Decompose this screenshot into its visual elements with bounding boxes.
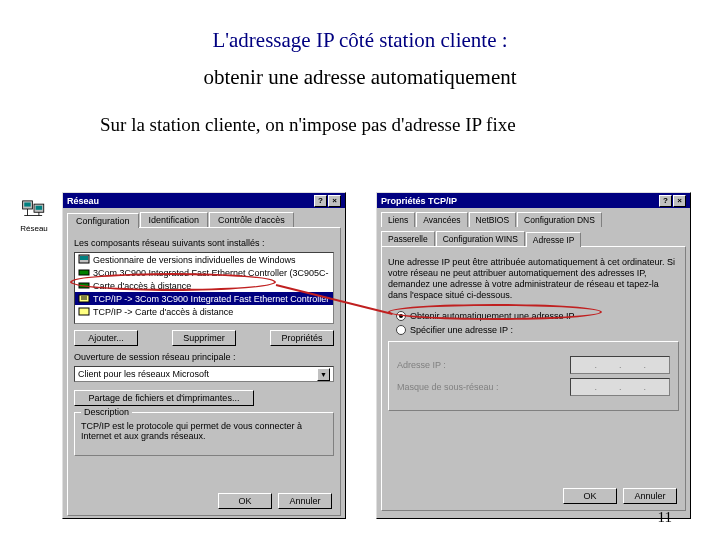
adapter-icon bbox=[78, 280, 90, 291]
protocol-icon bbox=[78, 293, 90, 304]
window-title: Réseau bbox=[67, 196, 99, 206]
window-title: Propriétés TCP/IP bbox=[381, 196, 457, 206]
tab-passerelle[interactable]: Passerelle bbox=[381, 231, 435, 246]
tab-netbios[interactable]: NetBIOS bbox=[469, 212, 517, 227]
tab-pane-reseau: Les composants réseau suivants sont inst… bbox=[67, 227, 341, 516]
components-label: Les composants réseau suivants sont inst… bbox=[74, 238, 334, 248]
radio-specify-ip[interactable]: Spécifier une adresse IP : bbox=[396, 325, 679, 335]
combo-value: Client pour les réseaux Microsoft bbox=[78, 369, 209, 379]
tab-controle-acces[interactable]: Contrôle d'accès bbox=[209, 212, 294, 227]
heading-line1: L'adressage IP côté station cliente : bbox=[0, 28, 720, 53]
svg-rect-1 bbox=[24, 203, 31, 207]
tab-config-wins[interactable]: Configuration WINS bbox=[436, 231, 525, 246]
tab-liens[interactable]: Liens bbox=[381, 212, 415, 227]
cancel-button[interactable]: Annuler bbox=[623, 488, 677, 504]
radio-auto-ip[interactable]: Obtenir automatiquement une adresse IP bbox=[396, 311, 679, 321]
chevron-down-icon[interactable]: ▼ bbox=[317, 368, 330, 381]
close-button[interactable]: × bbox=[673, 195, 686, 207]
fieldset-legend: Description bbox=[81, 407, 132, 417]
adapter-icon bbox=[78, 267, 90, 278]
list-item[interactable]: TCP/IP -> Carte d'accès à distance bbox=[75, 305, 333, 318]
subnet-mask-field: ... bbox=[570, 378, 670, 396]
components-listbox[interactable]: Gestionnaire de versions individuelles d… bbox=[74, 252, 334, 324]
cancel-button[interactable]: Annuler bbox=[278, 493, 332, 509]
window-reseau: Réseau ? × Configuration Identification … bbox=[62, 192, 346, 519]
svg-rect-10 bbox=[79, 283, 89, 288]
logon-label: Ouverture de session réseau principale : bbox=[74, 352, 334, 362]
subtitle: Sur la station cliente, on n'impose pas … bbox=[100, 114, 720, 136]
desktop-icon-label: Réseau bbox=[14, 224, 54, 233]
add-button[interactable]: Ajouter... bbox=[74, 330, 138, 346]
description-text: TCP/IP est le protocole qui permet de vo… bbox=[81, 421, 327, 441]
logon-combo[interactable]: Client pour les réseaux Microsoft ▼ bbox=[74, 366, 334, 382]
description-fieldset: Description TCP/IP est le protocole qui … bbox=[74, 412, 334, 456]
radio-icon bbox=[396, 325, 406, 335]
client-icon bbox=[78, 254, 90, 265]
file-print-sharing-button[interactable]: Partage de fichiers et d'imprimantes... bbox=[74, 390, 254, 406]
ok-button[interactable]: OK bbox=[218, 493, 272, 509]
ip-address-label: Adresse IP : bbox=[397, 360, 517, 370]
list-item[interactable]: Carte d'accès à distance bbox=[75, 279, 333, 292]
page-number: 11 bbox=[658, 509, 672, 526]
help-button[interactable]: ? bbox=[314, 195, 327, 207]
svg-rect-3 bbox=[36, 206, 43, 210]
titlebar-reseau[interactable]: Réseau ? × bbox=[63, 193, 345, 208]
heading-line2: obtenir une adresse automatiquement bbox=[0, 65, 720, 90]
properties-button[interactable]: Propriétés bbox=[270, 330, 334, 346]
tab-config-dns[interactable]: Configuration DNS bbox=[517, 212, 602, 227]
svg-rect-8 bbox=[80, 256, 88, 260]
list-item[interactable]: 3Com 3C900 Integrated Fast Ethernet Cont… bbox=[75, 266, 333, 279]
window-tcpip: Propriétés TCP/IP ? × Liens Avancées Net… bbox=[376, 192, 691, 519]
tab-pane-tcpip: Une adresse IP peut être attribuée autom… bbox=[381, 246, 686, 511]
radio-label: Obtenir automatiquement une adresse IP bbox=[410, 311, 575, 321]
remove-button[interactable]: Supprimer bbox=[172, 330, 236, 346]
protocol-icon bbox=[78, 306, 90, 317]
list-item[interactable]: Gestionnaire de versions individuelles d… bbox=[75, 253, 333, 266]
tab-adresse-ip[interactable]: Adresse IP bbox=[526, 232, 582, 247]
tab-identification[interactable]: Identification bbox=[140, 212, 209, 227]
network-neighborhood-icon bbox=[21, 198, 47, 220]
tab-avancees[interactable]: Avancées bbox=[416, 212, 467, 227]
subnet-mask-label: Masque de sous-réseau : bbox=[397, 382, 517, 392]
svg-rect-9 bbox=[79, 270, 89, 275]
ip-entry-group: Adresse IP : ... Masque de sous-réseau :… bbox=[388, 341, 679, 411]
radio-label: Spécifier une adresse IP : bbox=[410, 325, 513, 335]
desktop-network-icon[interactable]: Réseau bbox=[14, 198, 54, 233]
titlebar-tcpip[interactable]: Propriétés TCP/IP ? × bbox=[377, 193, 690, 208]
instruction-text: Une adresse IP peut être attribuée autom… bbox=[388, 257, 679, 301]
tab-configuration[interactable]: Configuration bbox=[67, 213, 139, 228]
ok-button[interactable]: OK bbox=[563, 488, 617, 504]
svg-rect-14 bbox=[79, 308, 89, 315]
help-button[interactable]: ? bbox=[659, 195, 672, 207]
ip-address-field: ... bbox=[570, 356, 670, 374]
radio-icon bbox=[396, 311, 406, 321]
close-button[interactable]: × bbox=[328, 195, 341, 207]
list-item-selected[interactable]: TCP/IP -> 3Com 3C900 Integrated Fast Eth… bbox=[75, 292, 333, 305]
